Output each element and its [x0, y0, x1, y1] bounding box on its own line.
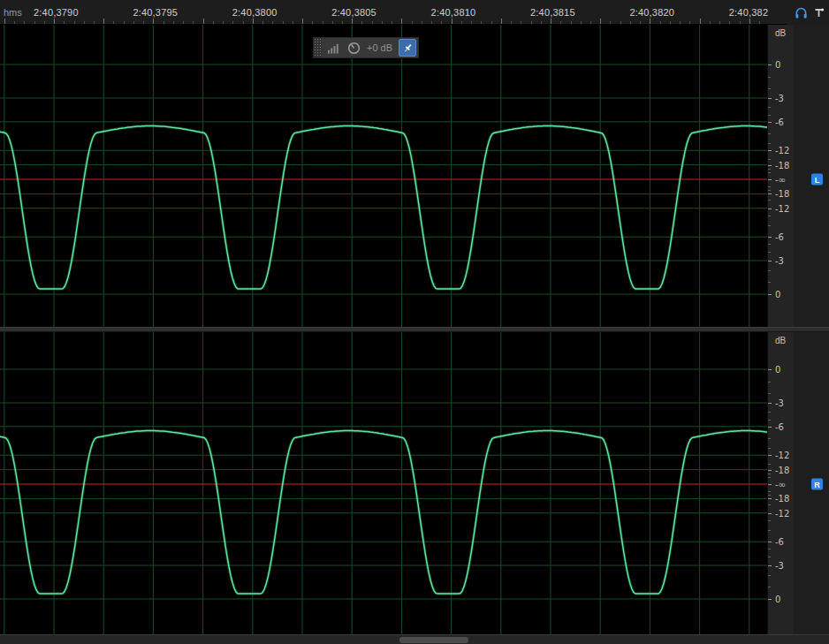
gain-value: +0 dB: [367, 42, 392, 53]
ruler-tick: [124, 21, 125, 24]
ruler-tick: [729, 21, 730, 24]
ruler-tick: [521, 21, 521, 24]
timeline-label: 2:40,3820: [629, 7, 674, 18]
channel-badge-right[interactable]: R: [811, 479, 823, 490]
ruler-tick: [560, 21, 561, 24]
db-scale-tick: [768, 208, 772, 209]
db-scale-tick: [768, 504, 771, 505]
db-scale-label: -∞: [775, 480, 786, 489]
db-scale-tick: [768, 107, 771, 108]
ruler-tick: [511, 21, 512, 24]
headphones-monitor-icon[interactable]: [795, 6, 808, 19]
scrollbar-thumb[interactable]: [399, 637, 468, 643]
right-gutter-right: R: [794, 332, 829, 634]
db-scale-tick: [768, 484, 772, 485]
ruler-tick: [640, 21, 641, 24]
ruler-tick: [689, 21, 690, 24]
db-scale-tick: [768, 88, 771, 89]
pin-hud-button[interactable]: [399, 39, 416, 57]
playhead-tool-icon[interactable]: [813, 7, 825, 19]
db-scale-unit: dB: [775, 28, 786, 38]
ruler-tick: [491, 21, 492, 24]
timeline-ruler[interactable]: hms 2:40,37902:40,37952:40,38002:40,3805…: [0, 0, 829, 25]
ruler-tick: [153, 19, 154, 24]
ruler-tick: [452, 19, 453, 24]
db-scale-label: -6: [775, 421, 784, 431]
ruler-tick: [293, 21, 293, 24]
db-scale-tick: [768, 244, 771, 245]
db-scale-tick: [768, 143, 771, 144]
ruler-tick: [471, 21, 472, 24]
ruler-tick: [94, 21, 95, 24]
timeline-label: 2:40,3815: [530, 7, 575, 18]
ruler-tick: [422, 21, 422, 24]
ruler-tick: [103, 19, 104, 24]
db-scale-tick: [768, 438, 771, 439]
db-scale-label: -3: [775, 561, 784, 571]
db-scale-tick: [768, 369, 772, 370]
ruler-tick: [283, 21, 284, 24]
ruler-tick: [183, 21, 184, 24]
db-scale-tick: [768, 530, 771, 531]
ruler-tick: [113, 21, 114, 24]
gain-knob-icon[interactable]: [347, 42, 361, 55]
ruler-tick: [531, 21, 532, 24]
ruler-tick: [272, 21, 273, 24]
db-scale-label: -18: [775, 465, 789, 474]
db-scale-tick: [768, 470, 772, 471]
ruler-tick: [34, 21, 35, 24]
db-scale-tick: [768, 133, 771, 134]
db-scale-label: -12: [775, 146, 789, 155]
hud-drag-handle-icon[interactable]: [314, 38, 322, 57]
ruler-tick: [74, 21, 75, 24]
ruler-tick: [164, 21, 164, 24]
ruler-tick: [719, 21, 720, 24]
ruler-tick: [262, 21, 263, 24]
db-scale-tick: [768, 77, 771, 78]
db-scale-tick: [768, 200, 771, 201]
channel-right: dB-∞00-3-3-6-6-12-12-18-18 R: [0, 332, 829, 634]
db-scale-right[interactable]: dB-∞00-3-3-6-6-12-12-18-18: [767, 332, 794, 634]
db-scale-tick: [768, 122, 772, 123]
db-scale-tick: [768, 382, 771, 383]
db-scale-tick: [768, 491, 771, 492]
db-scale-label: -3: [775, 398, 784, 408]
ruler-tick: [401, 19, 402, 24]
db-scale-unit: dB: [775, 336, 786, 345]
ruler-tick: [650, 19, 650, 24]
db-scale-label: 0: [775, 60, 780, 70]
db-scale-tick: [768, 270, 771, 271]
channel-badge-left[interactable]: L: [811, 174, 823, 186]
db-scale-tick: [768, 115, 771, 116]
db-scale-left[interactable]: dB-∞00-3-3-6-6-12-12-18-18: [767, 25, 794, 327]
ruler-tick: [441, 21, 442, 24]
ruler-tick: [64, 21, 65, 24]
ruler-tick: [203, 19, 204, 24]
db-scale-tick: [768, 261, 772, 261]
horizontal-scrollbar[interactable]: [0, 634, 829, 644]
db-scale-tick: [768, 427, 772, 428]
ruler-tick: [541, 21, 542, 24]
db-scale-label: -∞: [775, 175, 786, 185]
db-scale-tick: [768, 98, 772, 99]
db-scale-label: -12: [775, 203, 789, 213]
db-scale-tick: [768, 179, 772, 180]
db-scale-tick: [768, 477, 771, 478]
ruler-tick: [431, 21, 432, 24]
db-scale-label: -3: [775, 256, 784, 266]
db-scale-label: 0: [775, 290, 780, 299]
ruler-tick: [44, 21, 45, 24]
db-scale-tick: [768, 190, 771, 191]
db-scale-tick: [768, 403, 772, 404]
ruler-tick: [133, 21, 134, 24]
ruler-tick: [332, 21, 333, 24]
ruler-tick: [361, 21, 362, 24]
db-scale-tick: [768, 172, 771, 173]
waveform-display-right[interactable]: [0, 332, 767, 634]
ruler-tick: [571, 21, 572, 24]
ruler-tick: [610, 21, 611, 24]
gain-hud[interactable]: +0 dB: [313, 37, 419, 58]
db-scale-tick: [768, 282, 771, 283]
waveform-display-left[interactable]: [0, 25, 767, 327]
db-scale-tick: [768, 165, 772, 166]
